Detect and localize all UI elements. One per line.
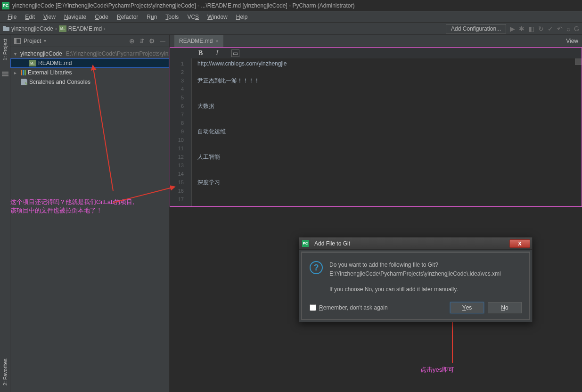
scratches-icon — [21, 79, 27, 85]
tree-file-label: README.md — [38, 60, 72, 66]
bold-button[interactable]: B — [198, 49, 203, 57]
editor-scrollbar[interactable] — [575, 58, 582, 65]
tree-file-readme[interactable]: M↓ README.md — [10, 58, 169, 68]
menu-window[interactable]: Window — [204, 13, 231, 21]
menu-bar: File Edit View Navigate Code Refactor Ru… — [0, 11, 582, 23]
left-tool-strip: 1: Project 2: Favorites — [0, 35, 10, 392]
editor-tab-label: README.md — [179, 38, 213, 44]
tab-project[interactable]: 1: Project — [2, 37, 8, 62]
app-icon: PC — [2, 2, 9, 9]
expand-arrow-icon[interactable]: ▾ — [14, 51, 16, 57]
editor-tab-bar: README.md × View — [170, 35, 582, 47]
tree-root[interactable]: ▾ yinzhengjieCode E:\YinzhengjieCode\Pyc… — [10, 49, 169, 58]
editor-area: README.md × View B I ▭ 12345678910111213… — [170, 35, 582, 392]
menu-navigate[interactable]: Navigate — [60, 13, 90, 21]
tree-scratches[interactable]: Scratches and Consoles — [10, 77, 169, 87]
external-libraries-icon — [21, 70, 26, 75]
italic-button[interactable]: I — [216, 49, 218, 57]
history-icon[interactable]: ↶ — [557, 25, 563, 33]
menu-view[interactable]: View — [40, 13, 59, 21]
project-panel-header: Project ▾ ⇵ — — [10, 35, 169, 47]
menu-file[interactable]: File — [4, 13, 20, 21]
app-icon: PC — [302, 240, 309, 247]
chevron-right-icon: › — [55, 25, 57, 32]
panel-icon — [14, 38, 21, 44]
editor-tab-readme[interactable]: README.md × — [174, 35, 223, 47]
markdown-icon: M↓ — [59, 25, 66, 32]
dropdown-arrow-icon[interactable]: ▾ — [44, 38, 46, 43]
menu-vcs[interactable]: VCS — [183, 13, 203, 21]
close-tab-icon[interactable]: × — [215, 38, 218, 44]
dialog-body: ? Do you want to add the following file … — [301, 252, 530, 320]
breadcrumb-project[interactable]: yinzhengjieCode — [3, 25, 53, 32]
expand-arrow-icon[interactable]: ▸ — [14, 70, 19, 75]
project-panel-title[interactable]: Project — [24, 38, 41, 44]
menu-code[interactable]: Code — [91, 13, 112, 21]
toolbar-right: Add Configuration... ▶ ✱ ◧ ↻ ✓ ↶ ⌕ G — [446, 24, 579, 33]
tab-favorites[interactable]: 2: Favorites — [2, 357, 8, 387]
tree-scratches-label: Scratches and Consoles — [29, 79, 90, 85]
yes-button[interactable]: Yes — [450, 302, 484, 313]
breadcrumb-file-label: README.md — [68, 25, 102, 32]
commit-icon[interactable]: ✓ — [548, 25, 553, 33]
dialog-titlebar[interactable]: PC Add File to Git X — [299, 237, 532, 250]
markdown-format-bar: B I ▭ — [170, 47, 582, 58]
menu-help[interactable]: Help — [232, 13, 252, 21]
editor-body: 1234567891011121314151617 http://www.cnb… — [170, 58, 582, 207]
dialog-text: Do you want to add the following file to… — [329, 261, 522, 294]
select-opened-file-icon[interactable] — [129, 37, 135, 45]
breadcrumb: yinzhengjieCode › M↓ README.md › — [3, 25, 106, 32]
remember-checkbox-input[interactable] — [310, 304, 316, 311]
insert-image-button[interactable]: ▭ — [231, 49, 239, 57]
breadcrumb-project-label: yinzhengjieCode — [11, 25, 53, 32]
settings-icon[interactable] — [149, 37, 155, 45]
coverage-icon[interactable]: ◧ — [528, 25, 534, 33]
debug-icon[interactable]: ✱ — [519, 25, 525, 33]
add-configuration-button[interactable]: Add Configuration... — [446, 24, 506, 33]
menu-tools[interactable]: Tools — [162, 13, 182, 21]
tree-root-path: E:\YinzhengjieCode\PycharmProjects\yinzh… — [66, 50, 169, 57]
editor-gutter: 1234567891011121314151617 — [170, 58, 192, 206]
annotation-project-note: 这个项目还记得吗？他就是我们GitLab的项目, 该项目中的文件也被拉倒本地了！ — [10, 198, 134, 215]
window-titlebar: PC yinzhengjieCode [E:\YinzhengjieCode\P… — [0, 0, 582, 11]
tree-external-libraries[interactable]: ▸ External Libraries — [10, 68, 169, 77]
run-icon[interactable]: ▶ — [510, 25, 515, 33]
breadcrumb-file[interactable]: M↓ README.md — [59, 25, 102, 32]
add-file-to-git-dialog: PC Add File to Git X ? Do you want to ad… — [299, 237, 533, 322]
markdown-icon: M↓ — [29, 60, 36, 66]
update-icon[interactable]: ↻ — [538, 25, 544, 33]
menu-refactor[interactable]: Refactor — [113, 13, 142, 21]
editor-view-label[interactable]: View — [566, 38, 582, 44]
annotation-click-yes: 点击yes即可 — [420, 366, 454, 374]
git-icon[interactable]: G — [574, 25, 579, 33]
dialog-title-text: Add File to Git — [314, 240, 350, 247]
menu-edit[interactable]: Edit — [21, 13, 39, 21]
collapse-all-icon[interactable]: ⇵ — [139, 38, 144, 44]
no-button[interactable]: No — [488, 302, 522, 313]
navigation-bar: yinzhengjieCode › M↓ README.md › Add Con… — [0, 23, 582, 35]
tree-ext-libs-label: External Libraries — [28, 69, 72, 76]
menu-run[interactable]: Run — [143, 13, 161, 21]
dialog-close-button[interactable]: X — [509, 239, 530, 248]
search-icon[interactable]: ⌕ — [566, 25, 570, 33]
chevron-right-icon: › — [104, 25, 106, 32]
structure-icon[interactable] — [2, 72, 8, 77]
tree-root-label: yinzhengjieCode — [20, 50, 62, 57]
hide-panel-icon[interactable]: — — [160, 38, 165, 44]
remember-checkbox[interactable]: Remember, don't ask again — [310, 304, 388, 311]
info-icon: ? — [310, 261, 323, 274]
editor-code[interactable]: http://www.cnblogs.com/yinzhengjie尹正杰到此一… — [192, 58, 582, 206]
project-tree: ▾ yinzhengjieCode E:\YinzhengjieCode\Pyc… — [10, 47, 169, 89]
window-title: yinzhengjieCode [E:\YinzhengjieCode\Pych… — [12, 2, 355, 9]
folder-icon — [3, 26, 9, 31]
